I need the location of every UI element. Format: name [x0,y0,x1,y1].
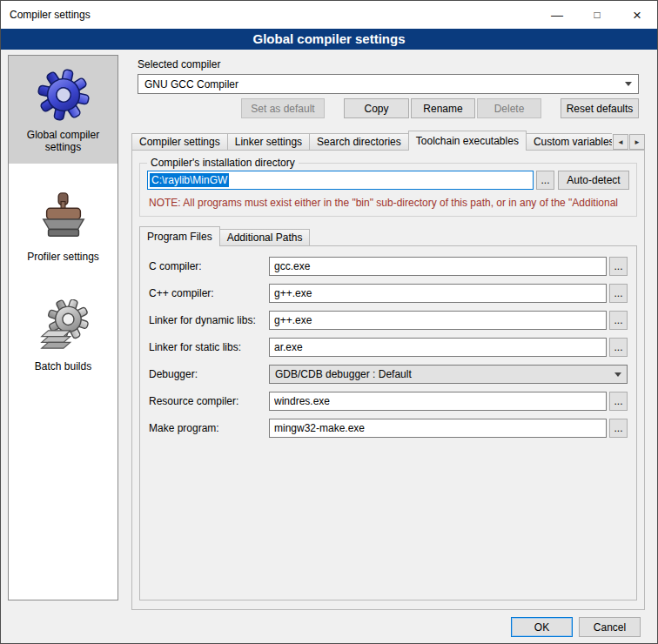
tab-toolchain-executables[interactable]: Toolchain executables [408,131,527,151]
cpp-compiler-input[interactable] [269,284,607,303]
chevron-down-icon [625,82,632,86]
tab-scroll-left-button[interactable]: ◄ [613,134,628,150]
field-row: Debugger: GDB/CDB debugger : Default [149,365,628,384]
debugger-label: Debugger: [149,368,269,380]
field-row: Linker for static libs: ... [149,338,628,357]
installation-directory-selected-text: C:\raylib\MinGW [150,173,229,187]
close-icon: × [633,8,641,23]
tab-compiler-settings[interactable]: Compiler settings [131,133,228,151]
cancel-button[interactable]: Cancel [579,617,641,637]
make-program-label: Make program: [149,422,269,434]
resource-compiler-input[interactable] [269,392,607,411]
scroll-right-icon: ► [634,138,641,146]
minimize-icon: — [551,9,563,21]
dynamic-linker-input[interactable] [269,311,607,330]
toolchain-executables-panel: Compiler's installation directory C:\ray… [131,150,645,610]
compiler-tabs: Compiler settings Linker settings Search… [131,131,645,151]
make-program-browse-button[interactable]: ... [609,419,628,438]
make-program-input[interactable] [269,419,607,438]
installation-directory-row: C:\raylib\MinGW ... Auto-detect [147,171,629,190]
installation-directory-group: Compiler's installation directory C:\ray… [139,163,637,217]
titlebar: Compiler settings — □ × [1,1,657,29]
static-linker-label: Linker for static libs: [149,341,269,353]
cpp-compiler-label: C++ compiler: [149,287,269,299]
cpp-compiler-browse-button[interactable]: ... [609,284,628,303]
tab-additional-paths[interactable]: Additional Paths [219,229,311,246]
caption-buttons: — □ × [537,1,657,29]
dialog-header: Global compiler settings [1,29,657,50]
scroll-left-icon: ◄ [617,138,624,146]
selected-compiler-label: Selected compiler [138,58,220,70]
chevron-down-icon [614,372,621,377]
close-button[interactable]: × [617,1,657,29]
set-as-default-button[interactable]: Set as default [241,98,325,118]
compiler-settings-window: Compiler settings — □ × Global compiler … [0,0,658,644]
gray-gear-stack-icon [37,299,91,353]
tab-scroll-right-button[interactable]: ► [629,134,645,150]
rename-button[interactable]: Rename [411,98,475,118]
sidebar-item-label: Profiler settings [27,251,99,263]
sidebar-item-profiler-settings[interactable]: Profiler settings [9,178,118,273]
resource-compiler-browse-button[interactable]: ... [609,392,628,411]
program-files-panel: C compiler: ... C++ compiler: ... Linker… [139,245,637,600]
debugger-value: GDB/CDB debugger : Default [275,368,412,380]
sidebar-item-label: Global compiler settings [12,129,114,153]
installation-directory-input[interactable]: C:\raylib\MinGW [147,171,534,190]
copy-button[interactable]: Copy [344,98,409,118]
note-text: NOTE: All programs must exist either in … [149,197,635,209]
static-linker-input[interactable] [269,338,607,357]
selected-compiler-select[interactable]: GNU GCC Compiler [138,74,639,94]
browse-directory-button[interactable]: ... [536,171,554,190]
dynamic-linker-browse-button[interactable]: ... [609,311,628,330]
maximize-button[interactable]: □ [577,1,617,29]
field-row: Resource compiler: ... [149,392,628,411]
resource-compiler-label: Resource compiler: [149,395,269,407]
delete-button[interactable]: Delete [477,98,541,118]
auto-detect-button[interactable]: Auto-detect [558,171,629,190]
window-title: Compiler settings [1,9,537,21]
tab-list: Compiler settings Linker settings Search… [131,131,612,151]
tab-custom-variables[interactable]: Custom variables [526,133,612,151]
selected-compiler-value: GNU GCC Compiler [144,78,238,91]
tab-linker-settings[interactable]: Linker settings [227,133,310,151]
static-linker-browse-button[interactable]: ... [609,338,628,357]
profiler-tool-icon [37,190,91,244]
blue-gear-icon [37,68,91,122]
reset-defaults-button[interactable]: Reset defaults [561,98,639,118]
minimize-button[interactable]: — [537,1,577,29]
program-tabs: Program Files Additional Paths [139,226,309,246]
settings-category-list: Global compiler settings Profiler settin… [8,55,118,600]
ok-button[interactable]: OK [511,617,573,637]
field-row: C compiler: ... [149,257,628,276]
installation-directory-group-title: Compiler's installation directory [147,157,299,169]
sidebar-item-label: Batch builds [35,360,91,372]
maximize-icon: □ [594,10,600,20]
tab-search-directories[interactable]: Search directories [309,133,409,151]
c-compiler-label: C compiler: [149,260,269,272]
c-compiler-browse-button[interactable]: ... [609,257,628,276]
sidebar-item-batch-builds[interactable]: Batch builds [9,287,118,383]
sidebar-item-global-compiler-settings[interactable]: Global compiler settings [9,56,118,164]
field-row: C++ compiler: ... [149,284,628,303]
c-compiler-input[interactable] [269,257,607,276]
tab-program-files[interactable]: Program Files [139,226,220,246]
field-row: Make program: ... [149,419,628,438]
debugger-select[interactable]: GDB/CDB debugger : Default [269,365,628,384]
field-row: Linker for dynamic libs: ... [149,311,628,330]
dynamic-linker-label: Linker for dynamic libs: [149,314,269,326]
